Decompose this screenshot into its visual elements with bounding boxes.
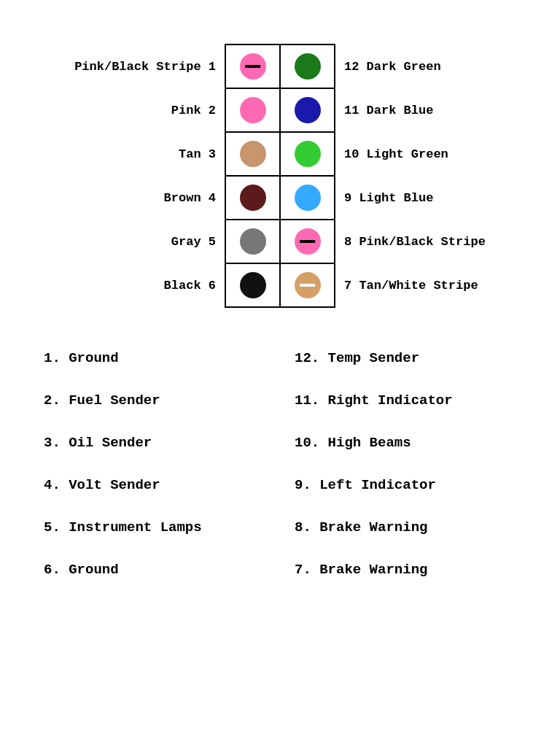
right-label-5: 8 Pink/Black Stripe — [335, 220, 486, 263]
pin-right-4: 9. Left Indicator — [287, 464, 524, 506]
left-label-1: Pink/Black Stripe 1 — [74, 44, 225, 88]
pin-right-6: 7. Brake Warning — [287, 549, 524, 591]
right-label-1: 12 Dark Green — [335, 44, 441, 88]
pin-left-3: 3. Oil Sender — [36, 422, 273, 464]
pin-left-2: 2. Fuel Sender — [36, 379, 273, 422]
connector-table — [225, 44, 335, 308]
left-label-3: Tan 3 — [179, 132, 225, 176]
pin-right-3: 10. High Beams — [287, 422, 524, 464]
pin-list: 1. Ground2. Fuel Sender3. Oil Sender4. V… — [15, 337, 545, 591]
pin-left-6: 6. Ground — [36, 549, 273, 591]
pin-right-5: 8. Brake Warning — [287, 506, 524, 549]
pin-left-4: 4. Volt Sender — [36, 464, 273, 506]
right-labels: 12 Dark Green11 Dark Blue10 Light Green9… — [335, 44, 486, 307]
left-label-4: Brown 4 — [164, 176, 225, 220]
pin-right-2: 11. Right Indicator — [287, 379, 524, 422]
right-label-6: 7 Tan/White Stripe — [335, 263, 478, 307]
pin-right-1: 12. Temp Sender — [287, 337, 524, 379]
left-labels: Pink/Black Stripe 1Pink 2Tan 3Brown 4Gra… — [74, 44, 225, 307]
pin-left-1: 1. Ground — [36, 337, 273, 379]
right-label-2: 11 Dark Blue — [335, 88, 433, 132]
left-label-5: Gray 5 — [171, 220, 225, 263]
pin-left-5: 5. Instrument Lamps — [36, 506, 273, 549]
right-label-3: 10 Light Green — [335, 132, 448, 176]
connector-diagram: Pink/Black Stripe 1Pink 2Tan 3Brown 4Gra… — [15, 44, 545, 308]
left-label-2: Pink 2 — [171, 88, 225, 132]
left-label-6: Black 6 — [164, 263, 225, 307]
right-label-4: 9 Light Blue — [335, 176, 433, 220]
